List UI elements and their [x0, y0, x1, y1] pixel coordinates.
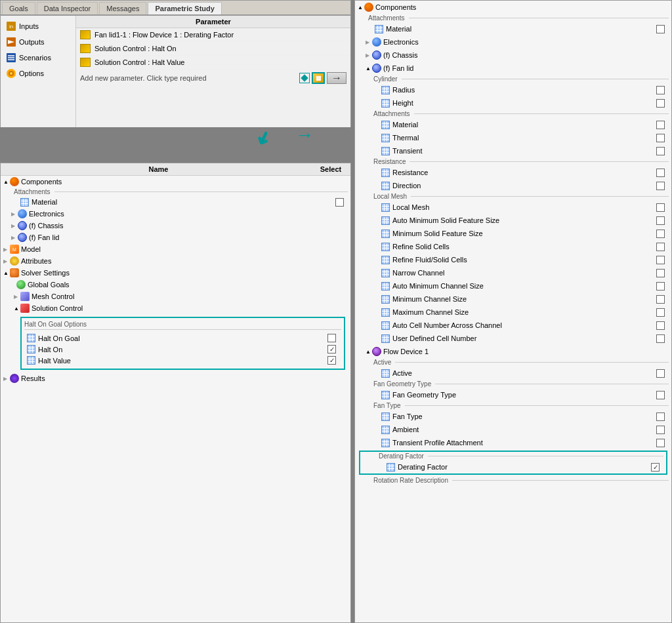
r-tree-flow-device[interactable]: ▲ Flow Device 1	[355, 345, 671, 358]
inputs-button[interactable]: in Inputs	[3, 20, 73, 33]
r-check-material2[interactable]	[656, 121, 665, 129]
r-tree-auto-min-solid[interactable]: Auto Minimum Solid Feature Size	[355, 214, 671, 227]
r-check-resistance[interactable]	[656, 169, 665, 177]
r-tree-radius[interactable]: Radius	[355, 83, 671, 96]
param-row-2[interactable]: Solution Control : Halt On	[76, 42, 350, 56]
r-check-transient[interactable]	[656, 147, 665, 155]
add-param-icon[interactable]: ▦	[312, 72, 325, 84]
toggle-r-flow-device[interactable]: ▲	[366, 349, 372, 355]
r-tree-min-channel[interactable]: Minimum Channel Size	[355, 292, 671, 306]
r-check-height[interactable]	[656, 99, 665, 108]
options-button[interactable]: Options	[3, 67, 73, 80]
toggle-r-fanlid[interactable]: ▲	[366, 66, 372, 71]
r-tree-electronics[interactable]: ▶ Electronics	[355, 35, 671, 49]
teal-diamond-icon[interactable]	[299, 73, 310, 83]
toggle-mesh[interactable]: ▶	[14, 294, 20, 300]
r-check-fan-geo-type[interactable]	[656, 391, 665, 399]
r-check-min-channel[interactable]	[656, 295, 665, 304]
add-param-row[interactable]: Add new parameter. Click type required ▦…	[76, 70, 350, 87]
r-check-local-mesh[interactable]	[656, 203, 665, 212]
r-tree-ambient[interactable]: Ambient	[355, 423, 671, 436]
r-tree-direction[interactable]: Direction	[355, 179, 671, 192]
check-halt-on-goal[interactable]	[327, 334, 336, 342]
toggle-solution[interactable]: ▲	[14, 306, 20, 312]
r-check-ambient[interactable]	[656, 426, 665, 434]
toggle-attributes[interactable]: ▶	[3, 258, 10, 264]
param-row-1[interactable]: Fan lid1-1 : Flow Device 1 : Derating Fa…	[76, 28, 350, 42]
tree-item-electronics-left[interactable]: ▶ Electronics	[1, 208, 350, 220]
r-tree-height[interactable]: Height	[355, 96, 671, 110]
scenarios-button[interactable]: Scenarios	[3, 51, 73, 64]
r-check-active[interactable]	[656, 369, 665, 378]
toggle-electronics[interactable]: ▶	[11, 211, 18, 217]
r-tree-transient[interactable]: Transient	[355, 144, 671, 157]
r-check-direction[interactable]	[656, 182, 665, 190]
r-tree-refine-fluid[interactable]: Refine Fluid/Solid Cells	[355, 253, 671, 266]
r-tree-user-defined-cell[interactable]: User Defined Cell Number	[355, 332, 671, 345]
r-check-auto-cell-channel[interactable]	[656, 321, 665, 330]
r-check-fan-type[interactable]	[656, 412, 665, 421]
r-check-max-channel[interactable]	[656, 308, 665, 317]
r-tree-derating-factor[interactable]: Derating Factor ✓	[360, 460, 666, 473]
r-check-refine-fluid[interactable]	[656, 256, 665, 264]
toggle-components[interactable]: ▲	[3, 179, 10, 185]
tree-item-attributes[interactable]: ▶ Attributes	[1, 255, 350, 267]
tab-parametric-study[interactable]: Parametric Study	[148, 2, 221, 14]
r-check-material[interactable]	[656, 25, 665, 33]
toggle-r-components[interactable]: ▲	[358, 5, 364, 10]
r-tree-thermal[interactable]: Thermal	[355, 131, 671, 144]
toggle-model[interactable]: ▶	[3, 247, 10, 252]
r-tree-min-solid[interactable]: Minimum Solid Feature Size	[355, 227, 671, 240]
r-tree-material2[interactable]: Material	[355, 118, 671, 131]
r-tree-max-channel[interactable]: Maximum Channel Size	[355, 306, 671, 319]
r-tree-local-mesh[interactable]: Local Mesh	[355, 201, 671, 214]
tab-data-inspector[interactable]: Data Inspector	[37, 2, 98, 14]
halt-on-goal-row[interactable]: Halt On Goal	[24, 332, 341, 344]
r-tree-refine-solid[interactable]: Refine Solid Cells	[355, 240, 671, 253]
r-check-auto-min-solid[interactable]	[656, 216, 665, 225]
r-check-min-solid[interactable]	[656, 230, 665, 238]
tree-item-fanlid-left[interactable]: ▶ (f) Fan lid	[1, 231, 350, 243]
check-halt-value[interactable]: ✓	[327, 356, 336, 365]
tree-item-solver-settings[interactable]: ▲ Solver Settings	[1, 267, 350, 279]
r-tree-transient-profile[interactable]: Transient Profile Attachment	[355, 436, 671, 449]
tab-messages[interactable]: Messages	[99, 2, 146, 14]
r-check-auto-min-channel[interactable]	[656, 282, 665, 291]
r-check-user-defined-cell[interactable]	[656, 334, 665, 343]
toggle-fanlid[interactable]: ▶	[11, 235, 18, 241]
r-tree-active[interactable]: Active	[355, 367, 671, 380]
toggle-solver[interactable]: ▲	[3, 270, 10, 276]
r-tree-auto-cell-channel[interactable]: Auto Cell Number Across Channel	[355, 319, 671, 332]
r-tree-material[interactable]: Material	[355, 22, 671, 35]
r-tree-auto-min-channel[interactable]: Auto Minimum Channel Size	[355, 279, 671, 292]
tree-item-mesh-control[interactable]: ▶ Mesh Control	[1, 291, 350, 302]
halt-value-row[interactable]: Halt Value ✓	[24, 355, 341, 366]
r-check-radius[interactable]	[656, 86, 665, 94]
r-tree-fan-geo-type[interactable]: Fan Geometry Type	[355, 388, 671, 401]
toggle-r-electronics[interactable]: ▶	[366, 39, 372, 45]
tree-item-global-goals[interactable]: Global Goals	[1, 279, 350, 291]
r-check-refine-solid[interactable]	[656, 243, 665, 251]
right-tree-components[interactable]: ▲ Components	[355, 1, 671, 14]
r-tree-fanlid[interactable]: ▲ (f) Fan lid	[355, 62, 671, 75]
tree-item-model[interactable]: ▶ M Model	[1, 243, 350, 255]
r-tree-fan-type[interactable]: Fan Type	[355, 410, 671, 423]
tab-goals[interactable]: Goals	[2, 2, 35, 14]
arrow-button[interactable]: →	[327, 72, 346, 84]
r-check-derating[interactable]: ✓	[651, 463, 660, 472]
r-tree-narrow-channel[interactable]: Narrow Channel	[355, 266, 671, 279]
r-tree-resistance[interactable]: Resistance	[355, 166, 671, 179]
halt-on-row[interactable]: Halt On ✓	[24, 344, 341, 355]
outputs-button[interactable]: Outputs	[3, 35, 73, 49]
tree-item-material-left[interactable]: Material	[1, 196, 350, 208]
param-row-3[interactable]: Solution Control : Halt Value	[76, 56, 350, 70]
tree-item-components[interactable]: ▲ Components	[1, 176, 350, 188]
toggle-results[interactable]: ▶	[3, 376, 10, 382]
r-check-transient-profile[interactable]	[656, 439, 665, 447]
toggle-chassis[interactable]: ▶	[11, 223, 18, 229]
check-material-left[interactable]	[335, 198, 344, 207]
tree-item-chassis-left[interactable]: ▶ (f) Chassis	[1, 220, 350, 231]
r-tree-chassis[interactable]: ▶ (f) Chassis	[355, 49, 671, 62]
r-check-narrow[interactable]	[656, 269, 665, 277]
r-check-thermal[interactable]	[656, 134, 665, 142]
